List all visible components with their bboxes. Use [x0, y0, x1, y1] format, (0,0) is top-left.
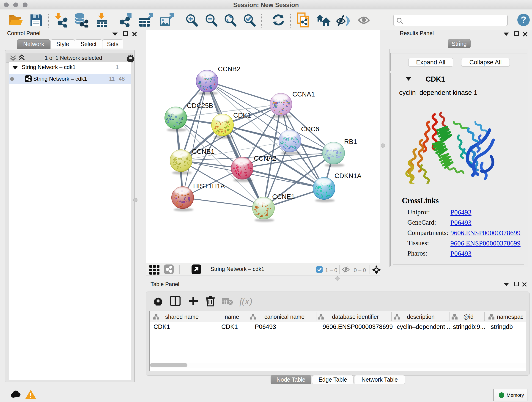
svg-text:CCNB2: CCNB2 [218, 65, 240, 73]
svg-text:CCNB1: CCNB1 [192, 148, 215, 155]
svg-text:CDC6: CDC6 [301, 125, 319, 133]
svg-text:CCNE1: CCNE1 [272, 193, 295, 200]
svg-text:?: ? [521, 15, 526, 25]
svg-text:CDKN1A: CDKN1A [335, 172, 361, 179]
svg-text:HIST1H1A: HIST1H1A [193, 182, 225, 190]
svg-text:RB1: RB1 [344, 138, 357, 145]
svg-text:CDK1: CDK1 [233, 112, 251, 119]
svg-text:CCNA2: CCNA2 [254, 155, 276, 162]
svg-text:CDC25B: CDC25B [187, 102, 213, 109]
svg-text:CCNA1: CCNA1 [292, 90, 315, 98]
